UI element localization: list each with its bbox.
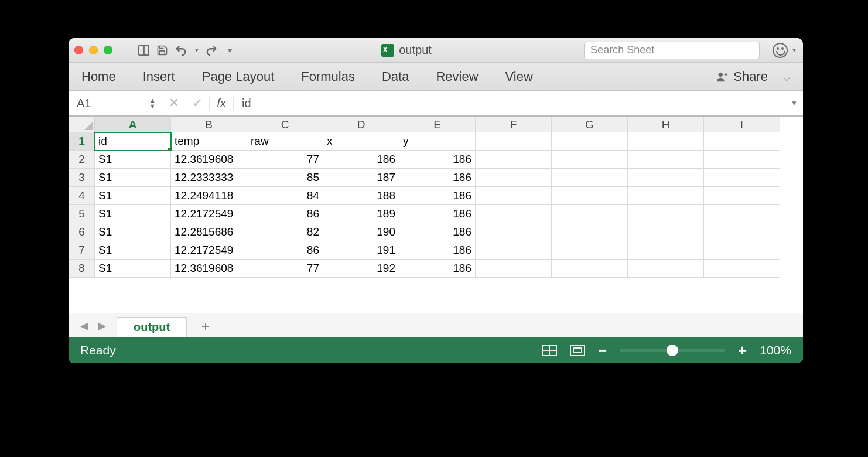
- share-button[interactable]: Share ⌵: [716, 69, 790, 84]
- undo-icon[interactable]: [174, 43, 188, 57]
- cell[interactable]: [552, 260, 628, 278]
- cell[interactable]: [552, 132, 628, 151]
- row-header[interactable]: 2: [69, 151, 95, 169]
- tab-home[interactable]: Home: [81, 69, 116, 84]
- cell[interactable]: [704, 241, 780, 260]
- add-sheet-button[interactable]: ＋: [187, 316, 224, 335]
- select-all-corner[interactable]: [69, 117, 95, 132]
- row-header[interactable]: 6: [69, 223, 95, 241]
- save-icon[interactable]: [155, 43, 169, 57]
- cell[interactable]: [628, 260, 704, 278]
- cell[interactable]: 86: [247, 205, 323, 223]
- cell-D1[interactable]: x: [323, 132, 399, 151]
- col-header-C[interactable]: C: [247, 117, 323, 132]
- formula-input[interactable]: id: [234, 97, 785, 110]
- col-header-A[interactable]: A: [95, 117, 171, 132]
- sheet-nav-prev-icon[interactable]: ◀: [76, 319, 93, 332]
- cell[interactable]: [628, 205, 704, 223]
- cell[interactable]: S1: [95, 151, 171, 169]
- name-box[interactable]: A1 ▲▼: [69, 91, 162, 115]
- cell[interactable]: 12.2172549: [171, 241, 247, 260]
- col-header-G[interactable]: G: [552, 117, 628, 132]
- cancel-formula-icon[interactable]: ✕: [162, 96, 186, 111]
- zoom-window-button[interactable]: [104, 46, 112, 54]
- cell[interactable]: [552, 241, 628, 260]
- row-header-1[interactable]: 1: [69, 132, 95, 151]
- cell[interactable]: 77: [247, 260, 323, 278]
- cell[interactable]: 86: [247, 241, 323, 260]
- tab-review[interactable]: Review: [436, 69, 478, 84]
- cell[interactable]: 77: [247, 151, 323, 169]
- row-header[interactable]: 3: [69, 169, 95, 187]
- cell[interactable]: 12.3619608: [171, 260, 247, 278]
- feedback-dropdown-icon[interactable]: ▼: [791, 47, 797, 53]
- cell[interactable]: [704, 187, 780, 205]
- cell[interactable]: [552, 151, 628, 169]
- cell[interactable]: 191: [323, 241, 399, 260]
- cell-C1[interactable]: raw: [247, 132, 323, 151]
- cell[interactable]: 186: [399, 169, 476, 187]
- cell[interactable]: 186: [399, 223, 476, 241]
- name-box-stepper[interactable]: ▲▼: [149, 97, 156, 109]
- cell[interactable]: [704, 223, 780, 241]
- cell[interactable]: S1: [95, 223, 171, 241]
- cell[interactable]: [552, 205, 628, 223]
- row-header[interactable]: 7: [69, 241, 95, 260]
- cell[interactable]: [628, 187, 704, 205]
- row-header[interactable]: 4: [69, 187, 95, 205]
- cell[interactable]: 189: [323, 205, 399, 223]
- cell[interactable]: S1: [95, 169, 171, 187]
- cell[interactable]: 187: [323, 169, 399, 187]
- cell[interactable]: 186: [323, 151, 399, 169]
- cell[interactable]: [552, 169, 628, 187]
- tab-insert[interactable]: Insert: [143, 69, 175, 84]
- cell[interactable]: 192: [323, 260, 399, 278]
- undo-dropdown-icon[interactable]: ▼: [194, 47, 200, 53]
- col-header-I[interactable]: I: [704, 117, 780, 132]
- cell[interactable]: [552, 187, 628, 205]
- col-header-B[interactable]: B: [171, 117, 247, 132]
- cell[interactable]: 12.3619608: [171, 151, 247, 169]
- cell[interactable]: 85: [247, 169, 323, 187]
- cell[interactable]: 190: [323, 223, 399, 241]
- cell[interactable]: [476, 187, 552, 205]
- customize-qat-icon[interactable]: ▾: [223, 43, 237, 57]
- cell[interactable]: [628, 151, 704, 169]
- tab-view[interactable]: View: [505, 69, 533, 84]
- cell[interactable]: [476, 151, 552, 169]
- cell[interactable]: [704, 260, 780, 278]
- cell[interactable]: [476, 223, 552, 241]
- zoom-slider-thumb[interactable]: [667, 345, 678, 356]
- tab-data[interactable]: Data: [382, 69, 409, 84]
- expand-formula-bar-icon[interactable]: ▼: [785, 99, 803, 107]
- cell[interactable]: [704, 151, 780, 169]
- close-window-button[interactable]: [74, 46, 83, 54]
- cell[interactable]: S1: [95, 187, 171, 205]
- confirm-formula-icon[interactable]: ✓: [186, 96, 209, 111]
- cell-A1[interactable]: id: [95, 132, 171, 151]
- autosave-icon[interactable]: [136, 43, 151, 57]
- feedback-smiley-icon[interactable]: [773, 43, 788, 58]
- row-header[interactable]: 8: [69, 260, 95, 278]
- tab-page-layout[interactable]: Page Layout: [202, 69, 275, 84]
- cell[interactable]: [704, 205, 780, 223]
- collapse-ribbon-icon[interactable]: ⌵: [783, 70, 790, 84]
- cell[interactable]: [704, 169, 780, 187]
- cell[interactable]: [476, 205, 552, 223]
- cell[interactable]: 12.2815686: [171, 223, 247, 241]
- cell[interactable]: 12.2494118: [171, 187, 247, 205]
- minimize-window-button[interactable]: [89, 46, 98, 54]
- row-header[interactable]: 5: [69, 205, 95, 223]
- cell[interactable]: [628, 241, 704, 260]
- cell[interactable]: 12.2333333: [171, 169, 247, 187]
- cell[interactable]: [628, 223, 704, 241]
- cell[interactable]: [704, 132, 780, 151]
- col-header-E[interactable]: E: [399, 117, 476, 132]
- cell-E1[interactable]: y: [399, 132, 476, 151]
- sheet-nav-next-icon[interactable]: ▶: [93, 319, 111, 332]
- sheet-tab-output[interactable]: output: [117, 317, 187, 337]
- cell[interactable]: S1: [95, 205, 171, 223]
- col-header-D[interactable]: D: [323, 117, 399, 132]
- cell[interactable]: [476, 241, 552, 260]
- cell[interactable]: S1: [95, 241, 171, 260]
